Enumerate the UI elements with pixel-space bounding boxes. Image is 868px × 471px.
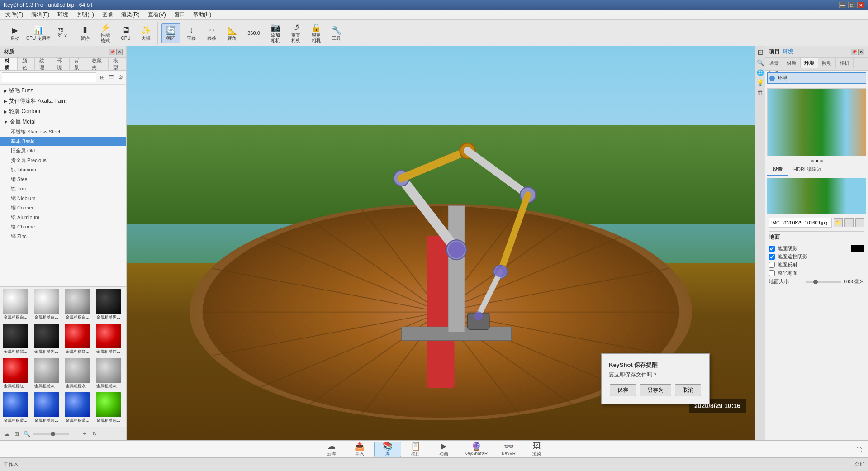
tree-group-contour[interactable]: ▶ 轮廓 Contour (0, 106, 126, 117)
env-item-main[interactable]: 环境 (767, 72, 866, 84)
file-refresh-btn[interactable]: ↺ (844, 218, 854, 227)
toolbar-move-btn[interactable]: ↔ 移移 (202, 23, 221, 43)
bottom-tab-keyshotxr[interactable]: 🔮 KeyShotXR (458, 442, 494, 457)
toolbar-start-btn[interactable]: ▶ 启动 (5, 23, 24, 43)
toolbar-tools-btn[interactable]: 🔧 工具 (327, 23, 346, 43)
maximize-btn[interactable]: □ (848, 2, 855, 8)
tree-item-stainless[interactable]: 不锈钢 Stainless Steel (0, 127, 126, 137)
right-tab-light[interactable]: 照明 (818, 58, 836, 68)
tree-item-aluminum[interactable]: 铝 Aluminum (0, 213, 126, 222)
tree-group-metal[interactable]: ▼ 金属 Metal (0, 117, 126, 127)
tab-favorites[interactable]: 收藏夹 (87, 58, 109, 70)
right-tab-material[interactable]: 材质 (783, 58, 801, 68)
mat-cell-14[interactable]: 金属粗糙蓝... (64, 392, 91, 423)
toolbar-cpu-btn[interactable]: 📊 CPU 使用率 (26, 23, 51, 43)
right-tab-scene[interactable]: 场景 (765, 58, 783, 68)
menu-image[interactable]: 图像 (99, 10, 117, 19)
bottom-tab-library[interactable]: 📚 库 (374, 442, 401, 457)
mat-cell-3[interactable]: 金属粗糙黑... (95, 289, 122, 320)
toolbar-cycle-btn[interactable]: 🔄 循环 (161, 23, 180, 43)
ground-size-slider[interactable] (806, 281, 840, 283)
dialog-cancel-btn[interactable]: 取消 (675, 384, 701, 396)
menu-render[interactable]: 渲染(R) (118, 10, 143, 19)
search-grid-icon[interactable]: ⊞ (98, 73, 106, 81)
toolbar-pause-btn[interactable]: ⏸ 暂停 (76, 23, 95, 43)
toolbar-resetcam-btn[interactable]: ↺ 重置相机 (286, 23, 305, 43)
menu-window[interactable]: 窗口 (171, 10, 189, 19)
more-icon[interactable]: ↻ (90, 430, 99, 438)
mat-cell-13[interactable]: 金属粗糙蓝... (33, 392, 60, 423)
cloud-icon[interactable]: ☁ (3, 430, 11, 438)
toolbar-denoise-btn[interactable]: ✨ 去噪 (137, 23, 156, 43)
menu-help[interactable]: 帮助(H) (190, 10, 215, 19)
bottom-tab-keyvr[interactable]: 👓 KeyVR (495, 442, 522, 457)
menu-edit[interactable]: 编辑(E) (28, 10, 53, 19)
toolbar-addcam-btn[interactable]: 📷 添加相机 (266, 23, 285, 43)
bottom-tab-project[interactable]: 📋 项目 (402, 442, 429, 457)
tab-environment-left[interactable]: 环境 (52, 58, 70, 70)
search-small-icon[interactable]: 🔍 (23, 430, 31, 438)
mat-cell-15[interactable]: 金属粗糙绿... (95, 392, 122, 423)
tab-background[interactable]: 背景 (70, 58, 87, 70)
ground-shadow-cb[interactable] (769, 246, 775, 252)
zoom-out-icon[interactable]: — (71, 430, 79, 438)
zoom-in-icon[interactable]: + (81, 430, 89, 438)
tree-item-chrome[interactable]: 铬 Chrome (0, 222, 126, 232)
ground-occlusion-cb[interactable] (769, 254, 775, 260)
toolbar-angle-btn[interactable]: 360.0 (243, 23, 265, 43)
ground-reflection-cb[interactable] (769, 262, 775, 268)
dialog-saveas-btn[interactable]: 另存为 (640, 384, 671, 396)
file-open-btn[interactable]: 📁 (834, 218, 843, 227)
toolbar-perf-btn[interactable]: ⚡ 性能模式 (96, 23, 115, 43)
fullscreen-btn[interactable]: ⛶ (854, 445, 864, 456)
right-icon-trash[interactable]: 🗑 (756, 88, 765, 97)
toolbar-perspective-btn[interactable]: 📐 视角 (223, 23, 242, 43)
bottom-tab-cloud[interactable]: ☁ 云库 (318, 442, 345, 457)
tree-item-copper[interactable]: 铜 Copper (0, 203, 126, 213)
bottom-tab-import[interactable]: 📥 导入 (346, 442, 373, 457)
tree-item-precious[interactable]: 贵金属 Precious (0, 156, 126, 165)
mat-cell-4[interactable]: 金属粗糙黑... (2, 323, 29, 355)
mat-cell-5[interactable]: 金属粗糙黑... (33, 323, 60, 355)
left-panel-pin-btn[interactable]: 📌 (109, 49, 115, 55)
right-tab-env[interactable]: 环境 (801, 58, 818, 68)
dialog-save-btn[interactable]: 保存 (610, 384, 636, 396)
right-panel-pin-btn[interactable]: 📌 (851, 49, 857, 55)
toolbar-lockcam-btn[interactable]: 🔒 锁定相机 (307, 23, 326, 43)
tree-item-zinc[interactable]: 锌 Zinc (0, 232, 126, 241)
tree-item-titanium[interactable]: 钛 Titanium (0, 165, 126, 175)
mat-cell-11[interactable]: 金属粗糙灰... (95, 357, 122, 389)
right-icon-env[interactable]: 🌐 (756, 68, 765, 77)
menu-env[interactable]: 环境 (54, 10, 72, 19)
mat-cell-6[interactable]: 金属粗糙红... (64, 323, 91, 355)
mat-cell-12[interactable]: 金属粗糙蓝... (2, 392, 29, 423)
right-icon-light[interactable]: 💡 (756, 78, 765, 87)
minimize-btn[interactable]: — (839, 2, 846, 8)
left-panel-close-btn[interactable]: ✕ (116, 49, 123, 55)
toolbar-cpu2-btn[interactable]: 🖥 CPU (116, 23, 135, 43)
bottom-tab-animation[interactable]: ▶ 动画 (430, 442, 457, 457)
size-slider-thumb[interactable] (813, 280, 818, 284)
menu-light[interactable]: 照明(L) (73, 10, 98, 19)
tree-group-fuzz[interactable]: ▶ 绒毛 Fuzz (0, 86, 126, 96)
toolbar-zoom-btn[interactable]: 75 % ∨ (52, 23, 74, 43)
search-list-icon[interactable]: ☰ (107, 73, 115, 81)
mat-cell-7[interactable]: 金属粗糙红... (95, 323, 122, 355)
right-icon-scene[interactable]: 🖼 (756, 48, 765, 57)
ground-flatten-cb[interactable] (769, 270, 775, 276)
menu-file[interactable]: 文件(F) (2, 10, 27, 19)
mat-cell-9[interactable]: 金属粗糙灰... (33, 357, 60, 389)
mat-cell-1[interactable]: 金属粗糙白... (33, 289, 60, 320)
menu-view[interactable]: 查看(V) (144, 10, 170, 19)
tree-item-iron[interactable]: 铁 Iron (0, 184, 126, 194)
toolbar-pan-btn[interactable]: ↕ 平移 (182, 23, 201, 43)
search-input[interactable] (2, 72, 96, 82)
mat-cell-2[interactable]: 金属粗糙白... (64, 289, 91, 320)
tree-item-steel[interactable]: 钢 Steel (0, 175, 126, 184)
tab-color[interactable]: 颜色 (18, 58, 35, 70)
file-input[interactable] (769, 218, 832, 228)
sh-tab-settings[interactable]: 设置 (767, 164, 788, 176)
zoom-slider[interactable] (33, 433, 69, 435)
zoom-thumb[interactable] (51, 432, 55, 436)
sh-tab-hdri[interactable]: HDRI 编辑器 (788, 164, 827, 176)
